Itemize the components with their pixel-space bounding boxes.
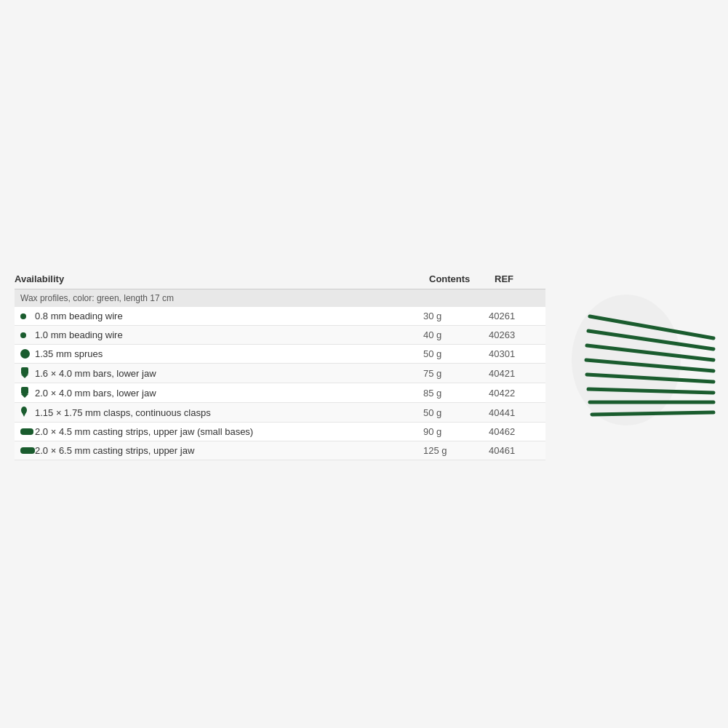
svg-rect-11 xyxy=(21,387,28,394)
table-row: 2.0 × 6.5 mm casting strips, upper jaw 1… xyxy=(15,441,545,460)
row-contents-8: 125 g xyxy=(423,445,489,456)
row-contents-7: 90 g xyxy=(423,426,489,437)
table-row: 1.15 × 1.75 mm clasps, continuous clasps… xyxy=(15,403,545,423)
availability-table: Availability Contents REF Wax profiles, … xyxy=(15,269,545,460)
table-row: 1.0 mm beading wire 40 g 40263 xyxy=(15,326,545,345)
availability-header: Availability xyxy=(15,273,429,284)
row-ref-8: 40461 xyxy=(489,445,540,456)
row-label-1: 0.8 mm beading wire xyxy=(35,311,423,321)
contents-header: Contents xyxy=(429,273,495,284)
section-header: Wax profiles, color: green, length 17 cm xyxy=(15,289,545,307)
page-container: Availability Contents REF Wax profiles, … xyxy=(0,0,728,728)
table-row: 1.6 × 4.0 mm bars, lower jaw 75 g 40421 xyxy=(15,364,545,383)
svg-marker-12 xyxy=(21,394,28,398)
table-row: 1.35 mm sprues 50 g 40301 xyxy=(15,345,545,364)
row-icon-8 xyxy=(20,447,35,454)
row-ref-3: 40301 xyxy=(489,348,540,359)
table-row: 2.0 × 4.5 mm casting strips, upper jaw (… xyxy=(15,423,545,441)
row-icon-7 xyxy=(20,428,35,435)
content-area: Availability Contents REF Wax profiles, … xyxy=(15,269,545,460)
table-header: Availability Contents REF xyxy=(15,269,545,289)
row-ref-7: 40462 xyxy=(489,426,540,437)
row-label-2: 1.0 mm beading wire xyxy=(35,329,423,340)
dot-small-icon xyxy=(20,313,26,319)
row-ref-2: 40263 xyxy=(489,329,540,340)
strip-wider-icon xyxy=(20,447,35,454)
dot-large-icon xyxy=(20,349,30,359)
row-icon-3 xyxy=(20,349,35,359)
row-contents-5: 85 g xyxy=(423,388,489,399)
row-contents-1: 30 g xyxy=(423,311,489,321)
row-ref-4: 40421 xyxy=(489,368,540,379)
table-row: 2.0 × 4.0 mm bars, lower jaw 85 g 40422 xyxy=(15,383,545,403)
row-ref-1: 40261 xyxy=(489,311,540,321)
row-contents-3: 50 g xyxy=(423,348,489,359)
table-row: 0.8 mm beading wire 30 g 40261 xyxy=(15,307,545,326)
clasp-icon xyxy=(20,407,28,418)
svg-rect-9 xyxy=(21,367,28,375)
row-label-7: 2.0 × 4.5 mm casting strips, upper jaw (… xyxy=(35,426,423,437)
row-icon-5 xyxy=(20,387,35,399)
svg-marker-10 xyxy=(21,375,28,378)
row-ref-6: 40441 xyxy=(489,407,540,418)
row-ref-5: 40422 xyxy=(489,388,540,399)
row-icon-4 xyxy=(20,367,35,379)
row-label-4: 1.6 × 4.0 mm bars, lower jaw xyxy=(35,368,423,379)
row-label-8: 2.0 × 6.5 mm casting strips, upper jaw xyxy=(35,445,423,456)
ref-header: REF xyxy=(495,273,545,284)
svg-line-8 xyxy=(592,412,713,415)
wax-sticks-image xyxy=(568,287,721,433)
row-contents-6: 50 g xyxy=(423,407,489,418)
row-icon-6 xyxy=(20,407,35,418)
row-icon-1 xyxy=(20,313,35,319)
dot-small-icon xyxy=(20,332,26,338)
row-contents-4: 75 g xyxy=(423,368,489,379)
row-label-3: 1.35 mm sprues xyxy=(35,348,423,359)
row-icon-2 xyxy=(20,332,35,338)
section-title: Wax profiles, color: green, length 17 cm xyxy=(20,293,174,303)
row-contents-2: 40 g xyxy=(423,329,489,340)
bar-lower-icon xyxy=(20,367,29,379)
strip-wide-icon xyxy=(20,428,33,435)
row-label-5: 2.0 × 4.0 mm bars, lower jaw xyxy=(35,388,423,399)
svg-marker-14 xyxy=(22,412,26,417)
row-label-6: 1.15 × 1.75 mm clasps, continuous clasps xyxy=(35,407,423,418)
bar-lower-icon-2 xyxy=(20,387,29,399)
